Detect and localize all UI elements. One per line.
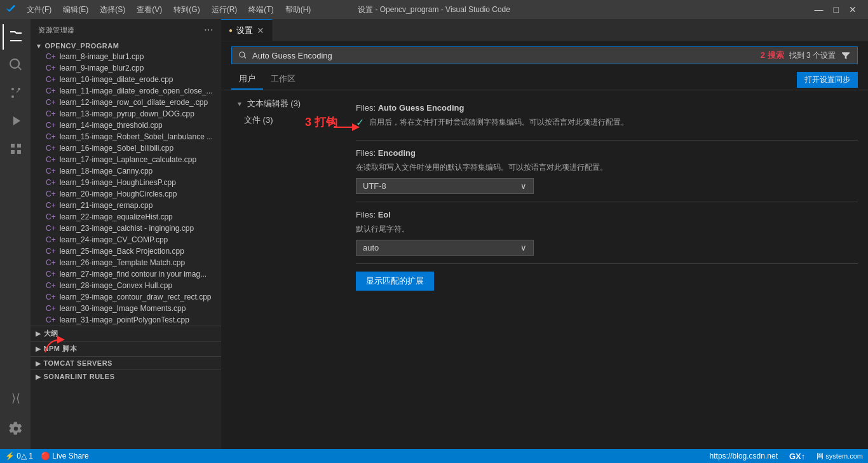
status-liveshare[interactable]: 🔴 Live Share bbox=[41, 452, 89, 460]
open-sync-button[interactable]: 打开设置同步 bbox=[797, 72, 858, 88]
file-name: learn_30-image_Image Moments.cpp bbox=[60, 304, 186, 313]
status-errors[interactable]: ⚡ 0△ 1 bbox=[5, 452, 33, 460]
cpp-file-icon: C+ bbox=[46, 281, 56, 290]
cpp-file-icon: C+ bbox=[46, 235, 56, 244]
search-icon bbox=[238, 51, 247, 60]
tree-item[interactable]: C+learn_13-image_pyrup_down_DOG.cpp bbox=[31, 108, 221, 120]
setting-eol: Files: Eol 默认行尾字符。 auto ∨ bbox=[356, 202, 858, 264]
activity-run-icon[interactable] bbox=[3, 108, 28, 134]
settings-tab[interactable]: ● 设置 ✕ bbox=[221, 19, 273, 41]
close-button[interactable]: ✕ bbox=[844, 3, 862, 16]
window-controls[interactable]: — □ ✕ bbox=[810, 3, 862, 16]
file-name: learn_15-image_Robert_Sobel_lanbulance .… bbox=[60, 132, 214, 141]
activity-search-icon[interactable] bbox=[3, 52, 28, 78]
eol-select[interactable]: auto ∨ bbox=[356, 240, 534, 256]
show-extensions-button[interactable]: 显示匹配的扩展 bbox=[356, 272, 434, 291]
menu-terminal[interactable]: 终端(T) bbox=[243, 3, 278, 17]
sidebar-header-icons[interactable]: ··· bbox=[204, 24, 214, 36]
settings-body: ▼ 文本编辑器 (3) 文件 (3) Files: Auto Guess Enc… bbox=[221, 95, 868, 291]
menu-file[interactable]: 文件(F) bbox=[22, 3, 57, 17]
file-name: learn_28-image_Convex Hull.cpp bbox=[60, 281, 172, 290]
tree-item[interactable]: C+learn_26-image_Template Match.cpp bbox=[31, 257, 221, 268]
setting-encoding: Files: Encoding 在读取和写入文件时使用的默认字符集编码。可以按语… bbox=[356, 141, 858, 202]
tree-item[interactable]: C+learn_10-image_dilate_erode.cpp bbox=[31, 74, 221, 85]
cpp-file-icon: C+ bbox=[46, 167, 56, 176]
cpp-file-icon: C+ bbox=[46, 75, 56, 84]
file-name: learn_11-image_dilate_erode_open_close_.… bbox=[60, 86, 213, 95]
activity-settings-gear-icon[interactable] bbox=[3, 416, 28, 441]
tree-item[interactable]: C+learn_15-image_Robert_Sobel_lanbulance… bbox=[31, 131, 221, 142]
tree-item[interactable]: C+learn_27-image_find contour in your im… bbox=[31, 268, 221, 280]
titlebar-menu[interactable]: 文件(F) 编辑(E) 选择(S) 查看(V) 转到(G) 运行(R) 终端(T… bbox=[22, 3, 316, 17]
minimize-button[interactable]: — bbox=[810, 3, 829, 16]
encoding-select[interactable]: UTF-8 ∨ bbox=[356, 178, 534, 194]
cpp-file-icon: C+ bbox=[46, 258, 56, 267]
settings-tab-edit-icon: ● bbox=[229, 27, 233, 34]
maximize-button[interactable]: □ bbox=[829, 3, 844, 16]
status-left: ⚡ 0△ 1 🔴 Live Share bbox=[5, 452, 89, 460]
cpp-file-icon: C+ bbox=[46, 52, 56, 61]
tab-workspace[interactable]: 工作区 bbox=[263, 69, 303, 90]
menu-view[interactable]: 查看(V) bbox=[132, 3, 167, 17]
menu-edit[interactable]: 编辑(E) bbox=[58, 3, 93, 17]
tree-item[interactable]: C+learn_24-image_CV_COMP.cpp bbox=[31, 234, 221, 245]
setting-check-row: ✓ 启用后，将在文件打开时尝试猜测字符集编码。可以按语言对此项进行配置。 bbox=[356, 116, 858, 128]
npm-arrow-icon: ▶ bbox=[36, 345, 41, 352]
file-name: learn_10-image_dilate_erode.cpp bbox=[60, 75, 173, 84]
cpp-file-icon: C+ bbox=[46, 86, 56, 95]
settings-search-bar: Auto Guess Encoding 2 搜索 找到 3 个设置 bbox=[231, 46, 858, 64]
nav-text-editor[interactable]: ▼ 文本编辑器 (3) bbox=[231, 95, 346, 112]
tree-item[interactable]: C+learn_16-image_Sobel_bilibili.cpp bbox=[31, 142, 221, 154]
menu-help[interactable]: 帮助(H) bbox=[280, 3, 316, 17]
tree-item[interactable]: C+learn_20-image_HoughCircles.cpp bbox=[31, 188, 221, 200]
tree-item[interactable]: C+learn_25-image_Back Projection.cpp bbox=[31, 245, 221, 257]
tree-item[interactable]: C+learn_12-image_row_col_dilate_erode_.c… bbox=[31, 97, 221, 108]
tree-item[interactable]: C+learn_17-image_Laplance_calculate.cpp bbox=[31, 154, 221, 165]
cpp-file-icon: C+ bbox=[46, 315, 56, 324]
menu-select[interactable]: 选择(S) bbox=[95, 3, 130, 17]
search-filter-icon[interactable] bbox=[841, 50, 851, 60]
tree-item[interactable]: C+learn_23-image_calchist - inginging.cp… bbox=[31, 223, 221, 234]
cpp-file-icon: C+ bbox=[46, 293, 56, 301]
tree-item[interactable]: C+learn_8-image_blur1.cpp bbox=[31, 51, 221, 62]
tree-item[interactable]: C+learn_19-image_HoughLinesP.cpp bbox=[31, 177, 221, 188]
tree-item[interactable]: C+learn_14-image_threshold.cpp bbox=[31, 120, 221, 131]
tree-item[interactable]: C+learn_22-image_equalizeHist.cpp bbox=[31, 211, 221, 223]
sidebar-more-icon[interactable]: ··· bbox=[204, 24, 214, 36]
file-name: learn_14-image_threshold.cpp bbox=[60, 121, 163, 130]
cpp-file-icon: C+ bbox=[46, 109, 56, 118]
setting-title-2: Files: Encoding bbox=[356, 148, 858, 158]
tree-item[interactable]: C+learn_9-image_blur2.cpp bbox=[31, 62, 221, 74]
tree-item[interactable]: C+learn_29-image_contour_draw_rect_rect.… bbox=[31, 291, 221, 303]
tomcat-arrow-icon: ▶ bbox=[36, 360, 41, 367]
activity-extensions-icon[interactable] bbox=[3, 136, 28, 162]
activity-explorer-icon[interactable] bbox=[3, 24, 28, 50]
menu-goto[interactable]: 转到(G) bbox=[168, 3, 205, 17]
cpp-file-icon: C+ bbox=[46, 201, 56, 210]
cpp-file-icon: C+ bbox=[46, 155, 56, 164]
setting-desc-3: 默认行尾字符。 bbox=[356, 223, 858, 235]
titlebar-title: 设置 - Opencv_program - Visual Studio Code bbox=[358, 4, 510, 15]
tree-item[interactable]: C+learn_21-image_remap.cpp bbox=[31, 200, 221, 211]
tree-item[interactable]: C+learn_31-image_pointPolygonTest.cpp bbox=[31, 314, 221, 326]
bottom-sonarlint[interactable]: ▶ SONARLINT RULES bbox=[31, 370, 221, 383]
activity-source-control-icon[interactable] bbox=[3, 80, 28, 106]
cpp-file-icon: C+ bbox=[46, 121, 56, 130]
activity-bottom: ⟩⟨ bbox=[3, 385, 28, 449]
tree-root-project[interactable]: ▼ OPENCV_PROGRAM bbox=[31, 41, 221, 51]
tree-item[interactable]: C+learn_28-image_Convex Hull.cpp bbox=[31, 280, 221, 291]
settings-tab-close-icon[interactable]: ✕ bbox=[257, 25, 264, 36]
tab-user[interactable]: 用户 bbox=[231, 69, 263, 90]
titlebar: 文件(F) 编辑(E) 选择(S) 查看(V) 转到(G) 运行(R) 终端(T… bbox=[0, 0, 868, 19]
setting-desc-1: 启用后，将在文件打开时尝试猜测字符集编码。可以按语言对此项进行配置。 bbox=[369, 117, 628, 128]
menu-run[interactable]: 运行(R) bbox=[207, 3, 243, 17]
tree-item[interactable]: C+learn_18-image_Canny.cpp bbox=[31, 165, 221, 177]
status-url[interactable]: https://blog.csdn.net bbox=[710, 452, 778, 460]
tree-item[interactable]: C+learn_30-image_Image Moments.cpp bbox=[31, 303, 221, 314]
eol-select-arrow-icon: ∨ bbox=[520, 243, 527, 252]
activity-remote-icon[interactable]: ⟩⟨ bbox=[3, 385, 28, 411]
cpp-file-icon: C+ bbox=[46, 270, 56, 279]
bottom-tomcat[interactable]: ▶ TOMCAT SERVERS 1 点击 bbox=[31, 356, 221, 370]
tree-item[interactable]: C+learn_11-image_dilate_erode_open_close… bbox=[31, 85, 221, 97]
file-name: learn_9-image_blur2.cpp bbox=[60, 64, 144, 73]
